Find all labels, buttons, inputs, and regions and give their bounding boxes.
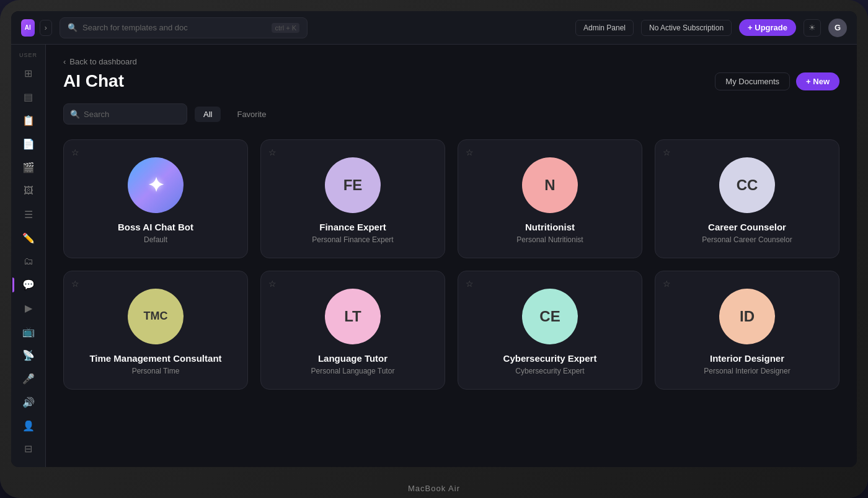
subscription-status-button[interactable]: No Active Subscription [641, 20, 732, 36]
language-card-name: Language Tutor [318, 353, 388, 364]
card-cyber[interactable]: ☆ CE Cybersecurity Expert Cybersecurity … [458, 271, 642, 390]
sidebar-icon-chat[interactable]: 💬 [17, 274, 40, 295]
sidebar: USER ⊞ ▤ 📋 📄 🎬 🖼 ☰ ✏️ 🗂 💬 ▶ 📺 📡 🎤 🔊 👤 ⊟ [11, 45, 46, 467]
filter-search-placeholder: Search [84, 110, 109, 119]
sidebar-icon-book[interactable]: 📋 [17, 110, 40, 131]
favorite-language-button[interactable]: ☆ [268, 279, 277, 289]
sidebar-icon-table[interactable]: ⊟ [17, 439, 40, 460]
search-icon: 🔍 [68, 23, 78, 32]
page-header: AI Chat My Documents + New [63, 71, 839, 91]
card-interior[interactable]: ☆ ID Interior Designer Personal Interior… [655, 271, 839, 390]
interior-avatar: ID [719, 289, 775, 344]
career-avatar: CC [719, 157, 775, 213]
admin-panel-button[interactable]: Admin Panel [575, 20, 634, 36]
language-card-desc: Personal Language Tutor [311, 366, 395, 377]
favorite-nutritionist-button[interactable]: ☆ [466, 147, 474, 157]
card-language[interactable]: ☆ LT Language Tutor Personal Language Tu… [260, 271, 445, 390]
logo-icon: AI [21, 19, 35, 37]
header-actions: My Documents + New [715, 72, 839, 90]
tmc-card-name: Time Management Consultant [89, 353, 221, 364]
tmc-card-desc: Personal Time [132, 366, 180, 377]
card-nutritionist[interactable]: ☆ N Nutritionist Personal Nutritionist [458, 139, 642, 258]
sidebar-section-label: USER [19, 52, 37, 58]
search-shortcut: ctrl + K [272, 23, 299, 33]
laptop-frame: AI › 🔍 Search for templates and doc ctrl… [0, 0, 868, 498]
card-career[interactable]: ☆ CC Career Counselor Personal Career Co… [655, 139, 839, 258]
cards-grid: ☆ ✦ Boss AI Chat Bot Default ☆ FE Financ… [63, 139, 839, 390]
user-avatar[interactable]: G [828, 19, 847, 37]
sidebar-icon-play[interactable]: ▶ [17, 298, 40, 319]
my-documents-button[interactable]: My Documents [715, 72, 790, 90]
topbar-right: Admin Panel No Active Subscription + Upg… [575, 19, 847, 37]
sidebar-icon-mic[interactable]: 🎤 [17, 368, 40, 389]
sidebar-icon-layout[interactable]: ▤ [17, 87, 40, 108]
card-boss[interactable]: ☆ ✦ Boss AI Chat Bot Default [63, 139, 248, 258]
boss-sparkle-icon: ✦ [148, 173, 164, 197]
sidebar-icon-user[interactable]: 👤 [17, 415, 40, 436]
sidebar-icon-list[interactable]: ☰ [17, 204, 40, 225]
top-bar: AI › 🔍 Search for templates and doc ctrl… [11, 11, 857, 45]
search-placeholder-text: Search for templates and doc [82, 23, 188, 32]
main-layout: USER ⊞ ▤ 📋 📄 🎬 🖼 ☰ ✏️ 🗂 💬 ▶ 📺 📡 🎤 🔊 👤 ⊟ [11, 45, 857, 467]
cyber-avatar: CE [522, 289, 578, 344]
favorite-cyber-button[interactable]: ☆ [466, 279, 474, 289]
logo-area: AI › [21, 19, 52, 37]
interior-card-name: Interior Designer [710, 353, 784, 364]
nutritionist-card-desc: Personal Nutritionist [516, 235, 583, 245]
main-content: ‹ Back to dashboard AI Chat My Documents… [46, 45, 857, 467]
new-button[interactable]: + New [796, 72, 839, 90]
sidebar-icon-media[interactable]: 📺 [17, 321, 40, 343]
finance-card-name: Finance Expert [319, 222, 386, 232]
back-arrow-icon: ‹ [63, 57, 66, 66]
filter-search-icon: 🔍 [70, 110, 80, 119]
upgrade-button[interactable]: + Upgrade [739, 19, 796, 36]
favorite-finance-button[interactable]: ☆ [268, 147, 277, 157]
nutritionist-card-name: Nutritionist [525, 222, 575, 232]
card-finance[interactable]: ☆ FE Finance Expert Personal Finance Exp… [260, 139, 445, 258]
filter-tab-all[interactable]: All [195, 107, 221, 122]
boss-avatar: ✦ [128, 157, 184, 213]
interior-card-desc: Personal Interior Designer [704, 366, 790, 377]
sidebar-icon-speaker[interactable]: 🔊 [17, 391, 40, 413]
finance-card-desc: Personal Finance Expert [312, 235, 393, 245]
language-avatar: LT [325, 289, 381, 344]
favorite-career-button[interactable]: ☆ [663, 147, 671, 157]
sidebar-icon-image[interactable]: 🖼 [17, 180, 40, 201]
boss-card-name: Boss AI Chat Bot [118, 222, 193, 232]
sidebar-icon-document[interactable]: 📄 [17, 134, 40, 155]
cyber-card-name: Cybersecurity Expert [503, 353, 597, 364]
sidebar-icon-grid[interactable]: ⊞ [17, 63, 40, 84]
laptop-bottom-bar: MacBook Air [11, 467, 857, 498]
filter-search-input[interactable]: 🔍 Search [63, 103, 187, 124]
favorite-boss-button[interactable]: ☆ [71, 147, 79, 157]
global-search-bar[interactable]: 🔍 Search for templates and doc ctrl + K [60, 17, 308, 38]
tmc-avatar: TMC [128, 289, 184, 344]
sidebar-icon-rss[interactable]: 📡 [17, 345, 40, 366]
expand-sidebar-button[interactable]: › [40, 20, 52, 36]
filter-tab-favorite[interactable]: Favorite [228, 107, 275, 122]
career-card-name: Career Counselor [708, 222, 786, 232]
card-tmc[interactable]: ☆ TMC Time Management Consultant Persona… [63, 271, 248, 390]
nutritionist-avatar: N [522, 157, 578, 213]
sidebar-icon-gallery[interactable]: 🗂 [17, 251, 40, 272]
favorite-tmc-button[interactable]: ☆ [71, 279, 79, 289]
favorite-interior-button[interactable]: ☆ [663, 279, 671, 289]
page-title: AI Chat [63, 71, 124, 91]
back-to-dashboard-link[interactable]: ‹ Back to dashboard [63, 57, 839, 66]
back-label: Back to dashboard [69, 57, 136, 66]
laptop-model-label: MacBook Air [408, 484, 460, 493]
sidebar-icon-edit[interactable]: ✏️ [17, 227, 40, 248]
finance-avatar: FE [325, 157, 381, 213]
theme-toggle-button[interactable]: ☀ [804, 19, 821, 37]
filter-bar: 🔍 Search All Favorite [63, 103, 839, 124]
cyber-card-desc: Cybersecurity Expert [515, 366, 584, 377]
laptop-screen: AI › 🔍 Search for templates and doc ctrl… [11, 11, 857, 467]
sidebar-icon-video[interactable]: 🎬 [17, 157, 40, 178]
career-card-desc: Personal Career Counselor [702, 235, 792, 245]
boss-card-desc: Default [144, 235, 167, 245]
